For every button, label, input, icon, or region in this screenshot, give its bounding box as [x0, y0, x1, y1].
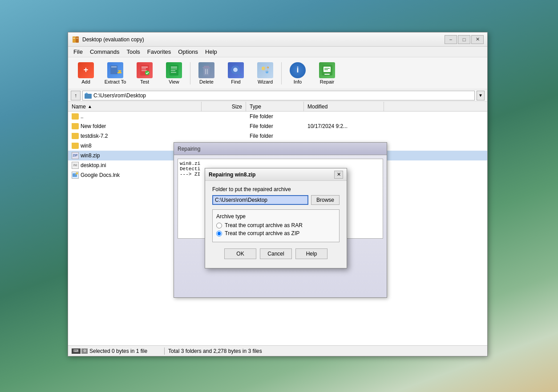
table-row[interactable]: .. File folder	[68, 112, 487, 121]
file-list-header: Name ▲ Size Type Modified	[68, 102, 487, 112]
svg-line-24	[238, 72, 241, 76]
status-icons: ⌨ ⚙	[72, 348, 88, 354]
menu-options[interactable]: Options	[174, 48, 202, 56]
status-selected-text: Selected 0 bytes in 1 file	[89, 348, 147, 354]
window-controls: − □ ✕	[445, 35, 484, 44]
folder-icon	[72, 113, 79, 120]
extract-to-label: Extract To	[105, 79, 126, 84]
svg-rect-7	[117, 72, 121, 73]
svg-rect-33	[324, 74, 330, 75]
svg-rect-21	[207, 69, 208, 74]
column-type[interactable]: Type	[246, 102, 304, 111]
svg-rect-36	[85, 94, 92, 99]
svg-rect-17	[171, 72, 176, 73]
column-name[interactable]: Name ▲	[68, 102, 202, 111]
svg-rect-5	[111, 66, 117, 68]
address-dropdown-button[interactable]: ▼	[477, 91, 485, 100]
svg-rect-15	[171, 68, 177, 69]
radio-rar[interactable]	[216, 223, 222, 228]
folder-icon	[72, 143, 79, 149]
repair-label: Repair	[320, 79, 334, 84]
menu-help[interactable]: Help	[202, 48, 221, 56]
address-bar: ↑ C:\Users\rom\Desktop ▼	[68, 89, 487, 102]
svg-rect-3	[76, 38, 78, 39]
archive-type-legend: Archive type	[216, 213, 336, 220]
add-label: Add	[81, 79, 90, 84]
close-button[interactable]: ✕	[471, 35, 484, 44]
repair-button[interactable]: Repair	[313, 60, 341, 87]
maximize-button[interactable]: □	[458, 35, 470, 44]
svg-rect-0	[73, 36, 76, 43]
add-icon: +	[78, 62, 94, 78]
svg-rect-14	[171, 67, 177, 68]
ini-file-icon: INI	[72, 162, 79, 169]
find-icon	[228, 62, 244, 78]
svg-rect-19	[202, 67, 210, 68]
extract-to-icon	[107, 62, 123, 78]
menu-file[interactable]: File	[70, 48, 86, 56]
archive-type-group: Archive type Treat the corrupt archive a…	[212, 209, 340, 242]
toolbar: + Add Extract To	[68, 57, 487, 89]
window-title: Desktop (evaluation copy)	[82, 36, 445, 43]
repair-icon	[319, 62, 335, 78]
svg-rect-16	[171, 70, 175, 71]
column-size[interactable]: Size	[202, 102, 246, 111]
menu-commands[interactable]: Commands	[86, 48, 123, 56]
navigate-up-button[interactable]: ↑	[71, 91, 81, 100]
delete-label: Delete	[199, 79, 214, 84]
status-total-text: Total 3 folders and 2,278 bytes in 3 fil…	[168, 348, 484, 354]
svg-rect-18	[204, 66, 209, 67]
dialog-buttons: OK Cancel Help	[212, 247, 340, 263]
dialog-close-button[interactable]: ✕	[334, 171, 343, 179]
info-label: Info	[294, 79, 302, 84]
dialog-title-text: Repairing win8.zip	[209, 172, 334, 178]
table-row[interactable]: New folder File folder 10/17/2024 9:2...	[68, 121, 487, 131]
keyboard-icon: ⌨	[72, 348, 81, 354]
browse-button[interactable]: Browse	[311, 195, 340, 205]
lnk-file-icon	[72, 172, 79, 179]
radio-zip[interactable]	[216, 231, 222, 236]
sort-arrow: ▲	[88, 104, 92, 109]
menu-tools[interactable]: Tools	[123, 48, 143, 56]
info-icon: i	[290, 62, 306, 78]
table-row[interactable]: testdisk-7.2 File folder	[68, 131, 487, 141]
extract-to-button[interactable]: Extract To	[101, 60, 129, 87]
svg-rect-2	[73, 38, 75, 39]
status-left: ⌨ ⚙ Selected 0 bytes in 1 file	[72, 348, 161, 354]
svg-rect-10	[142, 68, 146, 69]
info-button[interactable]: i Info	[283, 60, 312, 87]
wizard-icon	[257, 62, 273, 78]
radio-zip-row: Treat the corrupt archive as ZIP	[216, 230, 336, 236]
delete-button[interactable]: Delete	[192, 60, 221, 87]
test-button[interactable]: Test	[130, 60, 159, 87]
ok-button[interactable]: OK	[224, 248, 256, 259]
minimize-button[interactable]: −	[445, 35, 457, 44]
svg-rect-1	[76, 36, 79, 43]
svg-rect-11	[142, 70, 147, 71]
radio-rar-label: Treat the corrupt archive as RAR	[225, 222, 303, 228]
repairing-bg-title: Repairing	[174, 143, 387, 155]
column-modified[interactable]: Modified	[304, 102, 384, 111]
help-button[interactable]: Help	[295, 248, 328, 259]
menu-favorites[interactable]: Favorites	[144, 48, 174, 56]
view-button[interactable]: View	[160, 60, 188, 87]
folder-icon	[72, 123, 79, 129]
menu-bar: File Commands Tools Favorites Options He…	[68, 47, 487, 57]
find-button[interactable]: Find	[222, 60, 250, 87]
title-bar: Desktop (evaluation copy) − □ ✕	[68, 32, 487, 47]
test-label: Test	[140, 79, 149, 84]
delete-icon	[198, 62, 214, 78]
add-button[interactable]: + Add	[72, 60, 100, 87]
toolbar-separator-2	[281, 62, 282, 84]
zip-file-icon: ZIP	[72, 152, 79, 159]
folder-label: Folder to put the repaired archive	[212, 186, 340, 192]
winrar-app-icon	[72, 36, 80, 44]
wizard-label: Wizard	[258, 79, 273, 84]
cancel-button[interactable]: Cancel	[260, 248, 292, 259]
wizard-button[interactable]: Wizard	[251, 60, 279, 87]
address-input[interactable]: C:\Users\rom\Desktop	[82, 91, 475, 100]
svg-rect-34	[324, 68, 330, 69]
config-icon: ⚙	[81, 348, 88, 354]
svg-rect-20	[205, 69, 206, 74]
folder-path-input[interactable]	[212, 195, 308, 205]
